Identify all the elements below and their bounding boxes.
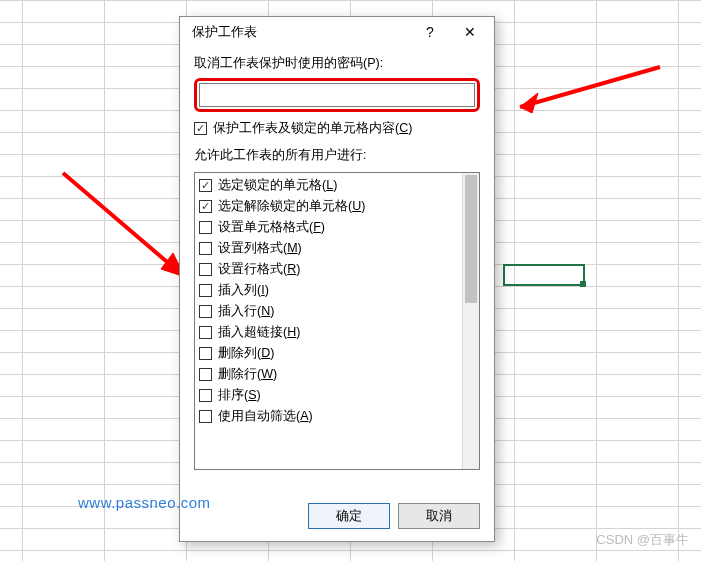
permission-item[interactable]: 设置列格式(M) bbox=[199, 238, 458, 259]
dialog-title: 保护工作表 bbox=[192, 23, 410, 41]
permission-item[interactable]: 删除行(W) bbox=[199, 364, 458, 385]
permission-label: 设置单元格格式(F) bbox=[218, 219, 325, 236]
permission-checkbox[interactable] bbox=[199, 284, 212, 297]
close-button[interactable]: ✕ bbox=[450, 18, 490, 46]
permission-label: 选定锁定的单元格(L) bbox=[218, 177, 337, 194]
selected-cell[interactable] bbox=[503, 264, 585, 286]
svg-line-0 bbox=[520, 67, 660, 107]
password-label: 取消工作表保护时使用的密码(P): bbox=[194, 55, 480, 72]
permission-item[interactable]: 设置单元格格式(F) bbox=[199, 217, 458, 238]
permission-checkbox[interactable] bbox=[199, 326, 212, 339]
permission-item[interactable]: 插入行(N) bbox=[199, 301, 458, 322]
permission-item[interactable]: 选定解除锁定的单元格(U) bbox=[199, 196, 458, 217]
titlebar: 保护工作表 ? ✕ bbox=[180, 17, 494, 47]
permission-checkbox[interactable] bbox=[199, 347, 212, 360]
permissions-box: 选定锁定的单元格(L)选定解除锁定的单元格(U)设置单元格格式(F)设置列格式(… bbox=[194, 172, 480, 470]
permission-label: 设置列格式(M) bbox=[218, 240, 302, 257]
permission-checkbox[interactable] bbox=[199, 410, 212, 423]
protect-sheet-dialog: 保护工作表 ? ✕ 取消工作表保护时使用的密码(P): 保护工作表及锁定的单元格… bbox=[179, 16, 495, 542]
permission-label: 插入行(N) bbox=[218, 303, 274, 320]
permission-label: 设置行格式(R) bbox=[218, 261, 300, 278]
permission-checkbox[interactable] bbox=[199, 242, 212, 255]
permission-checkbox[interactable] bbox=[199, 389, 212, 402]
permission-item[interactable]: 删除列(D) bbox=[199, 343, 458, 364]
permissions-list: 选定锁定的单元格(L)选定解除锁定的单元格(U)设置单元格格式(F)设置列格式(… bbox=[195, 173, 462, 469]
permission-item[interactable]: 插入超链接(H) bbox=[199, 322, 458, 343]
permission-label: 选定解除锁定的单元格(U) bbox=[218, 198, 365, 215]
scroll-thumb[interactable] bbox=[465, 175, 477, 303]
permission-item[interactable]: 使用自动筛选(A) bbox=[199, 406, 458, 427]
password-input[interactable] bbox=[199, 83, 475, 107]
help-button[interactable]: ? bbox=[410, 18, 450, 46]
annotation-arrow-right bbox=[500, 61, 670, 131]
permission-label: 排序(S) bbox=[218, 387, 261, 404]
permission-label: 插入列(I) bbox=[218, 282, 269, 299]
protect-checkbox-label: 保护工作表及锁定的单元格内容(C) bbox=[213, 120, 412, 137]
permission-item[interactable]: 排序(S) bbox=[199, 385, 458, 406]
permission-item[interactable]: 选定锁定的单元格(L) bbox=[199, 175, 458, 196]
permission-label: 删除列(D) bbox=[218, 345, 274, 362]
permission-label: 删除行(W) bbox=[218, 366, 277, 383]
svg-line-2 bbox=[63, 173, 180, 273]
svg-marker-1 bbox=[520, 93, 538, 113]
cancel-button[interactable]: 取消 bbox=[398, 503, 480, 529]
permission-checkbox[interactable] bbox=[199, 263, 212, 276]
protect-checkbox-row[interactable]: 保护工作表及锁定的单元格内容(C) bbox=[194, 118, 480, 139]
permission-checkbox[interactable] bbox=[199, 305, 212, 318]
permission-checkbox[interactable] bbox=[199, 368, 212, 381]
permission-checkbox[interactable] bbox=[199, 221, 212, 234]
scrollbar[interactable] bbox=[462, 173, 479, 469]
ok-button[interactable]: 确定 bbox=[308, 503, 390, 529]
permission-item[interactable]: 设置行格式(R) bbox=[199, 259, 458, 280]
permission-checkbox[interactable] bbox=[199, 200, 212, 213]
protect-checkbox[interactable] bbox=[194, 122, 207, 135]
permission-checkbox[interactable] bbox=[199, 179, 212, 192]
button-row: 确定 取消 bbox=[180, 493, 494, 541]
permission-label: 插入超链接(H) bbox=[218, 324, 300, 341]
watermark-csdn: CSDN @百事牛 bbox=[596, 531, 689, 549]
permissions-label: 允许此工作表的所有用户进行: bbox=[194, 147, 480, 164]
permission-label: 使用自动筛选(A) bbox=[218, 408, 313, 425]
watermark-passneo: www.passneo.com bbox=[78, 494, 211, 511]
password-highlight bbox=[194, 78, 480, 112]
permission-item[interactable]: 插入列(I) bbox=[199, 280, 458, 301]
